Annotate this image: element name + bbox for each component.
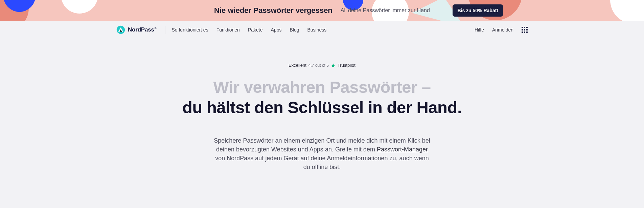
nav-how-it-works[interactable]: So funktioniert es — [171, 27, 208, 33]
promo-cta-button[interactable]: Bis zu 50% Rabatt — [453, 4, 503, 17]
main-nav: NordPass® So funktioniert es Funktionen … — [112, 21, 532, 39]
nav-links: So funktioniert es Funktionen Pakete App… — [171, 27, 326, 33]
nav-apps[interactable]: Apps — [271, 27, 282, 33]
app-launcher-icon[interactable] — [522, 27, 528, 33]
promo-banner: Nie wieder Passwörter vergessen All dein… — [0, 0, 644, 21]
banner-shape — [610, 0, 644, 21]
nav-help[interactable]: Hilfe — [475, 27, 484, 33]
nav-plans[interactable]: Pakete — [248, 27, 263, 33]
nav-divider — [165, 26, 165, 34]
nav-business[interactable]: Business — [307, 27, 326, 33]
subtext-after: von NordPass auf jedem Gerät auf deine A… — [215, 155, 429, 170]
trustpilot-rating[interactable]: Excellent 4.7 out of 5 Trustpilot — [166, 63, 478, 68]
nordpass-logo-icon — [116, 25, 125, 34]
trustpilot-score: 4.7 out of 5 — [308, 63, 329, 68]
nav-login[interactable]: Anmelden — [492, 27, 513, 33]
headline-line-2: du hältst den Schlüssel in der Hand. — [166, 98, 478, 118]
trustpilot-label: Excellent — [289, 63, 306, 68]
password-manager-link[interactable]: Passwort-Manager — [377, 146, 428, 153]
logo-link[interactable]: NordPass® — [116, 25, 156, 34]
promo-subtitle: All deine Passwörter immer zur Hand — [341, 7, 430, 14]
promo-title: Nie wieder Passwörter vergessen — [214, 6, 332, 15]
nav-features[interactable]: Funktionen — [216, 27, 240, 33]
nav-right: Hilfe Anmelden — [475, 27, 528, 33]
star-icon — [331, 63, 336, 68]
trustpilot-brand: Trustpilot — [338, 63, 355, 68]
logo-text: NordPass® — [128, 26, 156, 33]
banner-shape — [61, 0, 98, 14]
hero-subtext: Speichere Passwörter an einem einzigen O… — [214, 136, 430, 171]
nav-blog[interactable]: Blog — [290, 27, 299, 33]
hero-section: Excellent 4.7 out of 5 Trustpilot Wir ve… — [166, 63, 478, 171]
headline-line-1: Wir verwahren Passwörter – — [166, 77, 478, 98]
hero-headline: Wir verwahren Passwörter – du hältst den… — [166, 77, 478, 118]
